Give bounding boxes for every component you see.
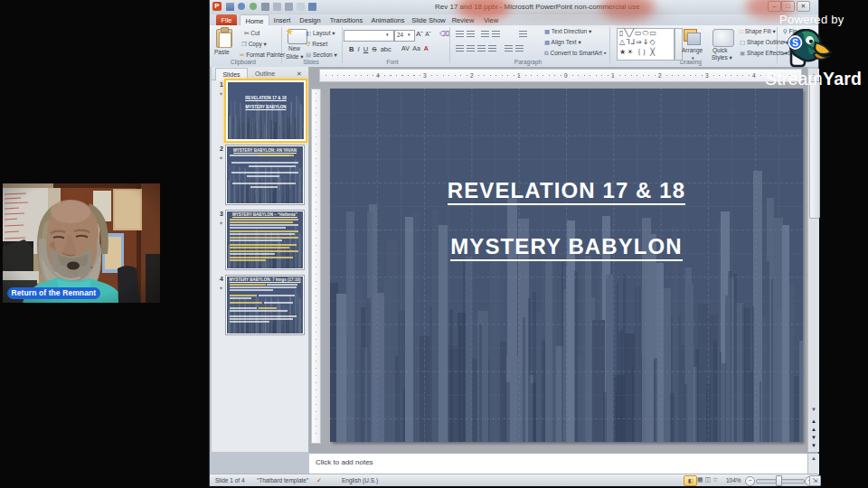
svg-text:S: S [792, 37, 798, 48]
